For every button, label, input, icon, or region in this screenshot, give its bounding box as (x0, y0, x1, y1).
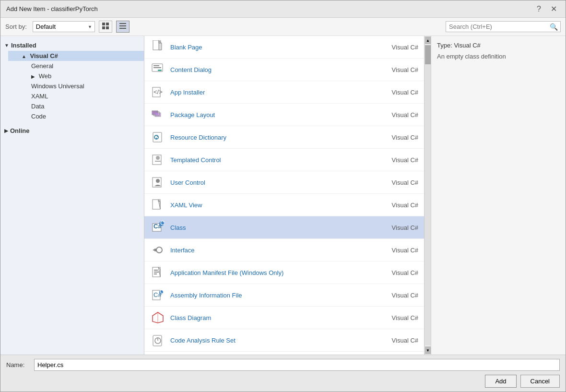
windows-universal-item[interactable]: Windows Universal (18, 81, 144, 91)
web-item[interactable]: ▶ Web (18, 71, 144, 81)
name-label: Name: (6, 361, 30, 368)
grid-view-button[interactable] (99, 21, 112, 33)
bottom-bar: Name: Add Cancel (0, 355, 566, 392)
item-row-resource-dictionary[interactable]: Resource DictionaryVisual C# (144, 126, 424, 149)
svg-rect-13 (158, 70, 162, 71)
item-name-content-dialog: Content Dialog (170, 66, 375, 73)
item-row-package-layout[interactable]: Package LayoutVisual C# (144, 104, 424, 126)
scroll-thumb[interactable] (425, 45, 431, 64)
user-control-icon (150, 175, 165, 190)
name-input[interactable] (34, 359, 560, 371)
visual-csharp-group: ▲ Visual C# General ▶ Web Windows Univer… (0, 51, 144, 121)
title-bar-controls: ? ✕ (534, 3, 560, 14)
item-name-app-installer: App Installer (170, 89, 375, 96)
item-type-code-analysis: Visual C# (375, 337, 418, 344)
scrollbar[interactable]: ▲ ▼ (424, 36, 431, 355)
svg-text:C#: C# (160, 221, 165, 226)
item-name-templated-control: Templated Control (170, 156, 375, 164)
item-row-xaml-view[interactable]: XAML ViewVisual C# (144, 194, 424, 216)
sort-label: Sort by: (5, 23, 27, 30)
app-installer-icon: </> (150, 84, 165, 100)
interface-icon (150, 242, 165, 258)
web-label: Web (39, 72, 52, 80)
sort-select[interactable]: Default Name Type (33, 21, 95, 32)
search-container: 🔍 (446, 21, 561, 32)
svg-rect-12 (153, 67, 161, 68)
web-arrow: ▶ (31, 74, 35, 79)
item-row-code-analysis[interactable]: Code Analysis Rule SetVisual C# (144, 329, 424, 352)
xaml-view-icon (150, 197, 165, 213)
close-button[interactable]: ✕ (548, 3, 560, 14)
search-input[interactable] (446, 21, 561, 32)
item-row-content-dialog[interactable]: Content DialogVisual C# (144, 59, 424, 81)
item-row-assembly-info[interactable]: C#C#Assembly Information FileVisual C# (144, 284, 424, 307)
general-item[interactable]: General (18, 61, 144, 71)
item-name-package-layout: Package Layout (170, 111, 375, 119)
data-item[interactable]: Data (18, 101, 144, 111)
item-row-blank-page[interactable]: Blank PageVisual C# (144, 36, 424, 59)
item-type-user-control: Visual C# (375, 179, 418, 186)
installed-label: Installed (11, 42, 36, 49)
svg-rect-0 (102, 23, 105, 25)
add-button[interactable]: Add (485, 375, 516, 388)
item-name-class-diagram: Class Diagram (170, 314, 375, 321)
grid-icon (102, 23, 109, 29)
item-type-resource-dictionary: Visual C# (375, 134, 418, 141)
visual-csharp-item[interactable]: ▲ Visual C# (8, 51, 144, 61)
item-row-templated-control[interactable]: Templated ControlVisual C# (144, 149, 424, 171)
item-row-app-installer[interactable]: </>App InstallerVisual C# (144, 81, 424, 104)
right-panel: Type: Visual C# An empty class definitio… (431, 36, 566, 355)
item-name-blank-page: Blank Page (170, 44, 375, 51)
sort-select-wrap: Default Name Type (33, 21, 95, 32)
list-view-button[interactable] (116, 21, 130, 33)
item-row-user-control[interactable]: User ControlVisual C# (144, 171, 424, 194)
center-panel: Blank PageVisual C#Content DialogVisual … (144, 36, 424, 355)
visual-csharp-arrow: ▲ (22, 54, 26, 59)
title-bar: Add New Item - classifierPyTorch ? ✕ (0, 0, 566, 18)
blank-page-icon (150, 39, 165, 55)
svg-rect-22 (156, 138, 157, 139)
svg-point-37 (154, 249, 157, 251)
name-row: Name: (6, 359, 560, 371)
online-section[interactable]: ▶ Online (0, 125, 144, 136)
visual-csharp-children: General ▶ Web Windows Universal XAML Dat… (8, 61, 144, 121)
cancel-button[interactable]: Cancel (520, 375, 560, 388)
scroll-track (425, 45, 431, 345)
help-button[interactable]: ? (534, 4, 544, 14)
scroll-down-button[interactable]: ▼ (425, 346, 431, 354)
online-arrow: ▶ (4, 128, 8, 133)
xaml-item[interactable]: XAML (18, 91, 144, 101)
app-manifest-icon (150, 265, 165, 280)
item-name-interface: Interface (170, 247, 375, 254)
item-name-class: Class (170, 224, 375, 231)
dialog-title: Add New Item - classifierPyTorch (6, 5, 98, 12)
code-item[interactable]: Code (18, 111, 144, 121)
scroll-up-button[interactable]: ▲ (425, 36, 431, 44)
item-type-blank-page: Visual C# (375, 44, 418, 51)
svg-rect-21 (157, 135, 158, 137)
info-type: Type: Visual C# (437, 42, 560, 49)
svg-rect-25 (155, 161, 161, 162)
item-row-class[interactable]: C#C#ClassVisual C# (144, 216, 424, 239)
main-content: ▼ Installed ▲ Visual C# General ▶ Web (0, 36, 566, 355)
left-panel: ▼ Installed ▲ Visual C# General ▶ Web (0, 36, 144, 355)
item-row-interface[interactable]: InterfaceVisual C# (144, 239, 424, 261)
svg-rect-42 (154, 273, 157, 274)
svg-rect-3 (106, 26, 109, 29)
top-toolbar: Sort by: Default Name Type (0, 18, 566, 36)
item-row-class-diagram[interactable]: Class DiagramVisual C# (144, 307, 424, 329)
installed-section[interactable]: ▼ Installed (0, 40, 144, 51)
svg-rect-2 (102, 26, 105, 29)
svg-rect-41 (154, 272, 159, 273)
item-type-content-dialog: Visual C# (375, 66, 418, 73)
package-layout-icon (150, 107, 165, 122)
content-dialog-icon (150, 62, 165, 77)
item-type-class-diagram: Visual C# (375, 314, 418, 321)
svg-rect-6 (119, 28, 126, 29)
info-description: An empty class definition (437, 53, 560, 60)
svg-rect-4 (119, 23, 126, 24)
item-row-application-manifest[interactable]: Application Manifest File (Windows Only)… (144, 261, 424, 284)
svg-point-24 (156, 156, 160, 160)
data-label: Data (31, 103, 44, 110)
installed-arrow: ▼ (4, 43, 9, 48)
